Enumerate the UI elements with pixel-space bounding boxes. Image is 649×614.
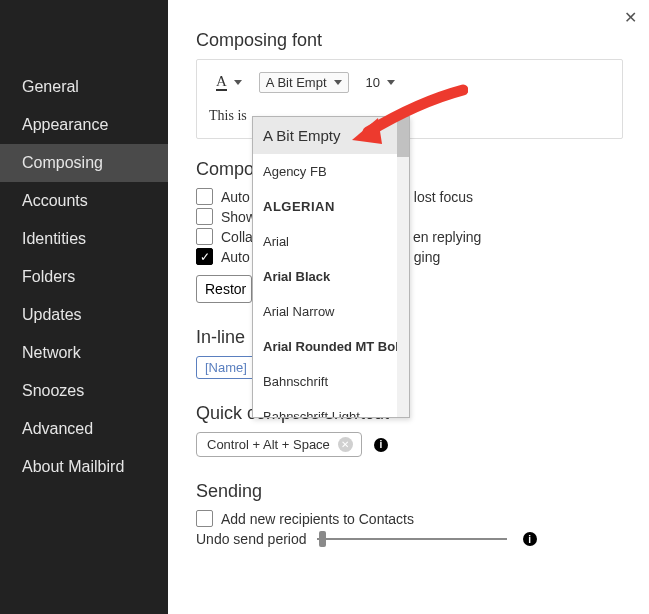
shortcut-text: Control + Alt + Space [207, 437, 330, 452]
label-show: Show [221, 209, 256, 225]
close-icon[interactable]: ✕ [624, 8, 637, 27]
sidebar-item-composing[interactable]: Composing [0, 144, 168, 182]
undo-send-label: Undo send period [196, 531, 307, 547]
checkbox-auto-focus[interactable] [196, 188, 213, 205]
sidebar-item-about[interactable]: About Mailbird [0, 448, 168, 486]
section-title-sending: Sending [196, 481, 623, 502]
checkbox-auto-format[interactable] [196, 248, 213, 265]
sidebar-item-folders[interactable]: Folders [0, 258, 168, 296]
sidebar: General Appearance Composing Accounts Id… [0, 0, 168, 614]
font-color-button[interactable]: A [209, 70, 249, 94]
font-option-arial-black[interactable]: Arial Black [253, 259, 409, 294]
font-option-arial[interactable]: Arial [253, 224, 409, 259]
sidebar-item-updates[interactable]: Updates [0, 296, 168, 334]
checkbox-collapse[interactable] [196, 228, 213, 245]
section-title-composing-font: Composing font [196, 30, 623, 51]
sidebar-item-network[interactable]: Network [0, 334, 168, 372]
slider-thumb[interactable] [319, 531, 326, 547]
sidebar-item-appearance[interactable]: Appearance [0, 106, 168, 144]
label-add-recipients: Add new recipients to Contacts [221, 511, 414, 527]
font-family-dropdown[interactable]: A Bit Empt [259, 72, 349, 93]
label-auto-focus-right: lost focus [414, 189, 473, 205]
label-collapse-left: Colla [221, 229, 253, 245]
clear-shortcut-icon[interactable]: ✕ [338, 437, 353, 452]
sidebar-item-identities[interactable]: Identities [0, 220, 168, 258]
sidebar-item-snoozes[interactable]: Snoozes [0, 372, 168, 410]
font-size-value: 10 [366, 75, 380, 90]
label-auto-format-left: Auto [221, 249, 250, 265]
font-dropdown-popup[interactable]: A Bit Empty Agency FB ALGERIAN Arial Ari… [252, 116, 410, 418]
font-option-bahnschrift-light[interactable]: Bahnschrift Light [253, 399, 409, 418]
scrollbar-thumb[interactable] [397, 117, 409, 157]
font-option-arial-rounded[interactable]: Arial Rounded MT Bold [253, 329, 409, 364]
info-icon[interactable]: i [374, 438, 388, 452]
sidebar-item-general[interactable]: General [0, 68, 168, 106]
undo-send-slider[interactable] [317, 531, 507, 547]
label-collapse-right: en replying [413, 229, 482, 245]
font-option-a-bit-empty[interactable]: A Bit Empty [253, 117, 409, 154]
font-color-icon: A [216, 73, 227, 91]
slider-track [317, 538, 507, 540]
checkbox-show[interactable] [196, 208, 213, 225]
checkbox-add-recipients[interactable] [196, 510, 213, 527]
label-auto-focus-left: Auto [221, 189, 250, 205]
scrollbar[interactable] [397, 117, 409, 417]
chevron-down-icon [334, 80, 342, 85]
label-auto-format-right: ging [414, 249, 440, 265]
font-option-algerian[interactable]: ALGERIAN [253, 189, 409, 224]
font-option-bahnschrift[interactable]: Bahnschrift [253, 364, 409, 399]
sidebar-item-accounts[interactable]: Accounts [0, 182, 168, 220]
font-size-dropdown[interactable]: 10 [359, 72, 402, 93]
sidebar-item-advanced[interactable]: Advanced [0, 410, 168, 448]
font-family-value: A Bit Empt [266, 75, 327, 90]
chevron-down-icon [387, 80, 395, 85]
info-icon[interactable]: i [523, 532, 537, 546]
restore-button[interactable]: Restor [196, 275, 252, 303]
font-option-arial-narrow[interactable]: Arial Narrow [253, 294, 409, 329]
font-option-agency-fb[interactable]: Agency FB [253, 154, 409, 189]
inline-reply-name-tag[interactable]: [Name] [196, 356, 256, 379]
chevron-down-icon [234, 80, 242, 85]
quick-compose-shortcut[interactable]: Control + Alt + Space ✕ [196, 432, 362, 457]
